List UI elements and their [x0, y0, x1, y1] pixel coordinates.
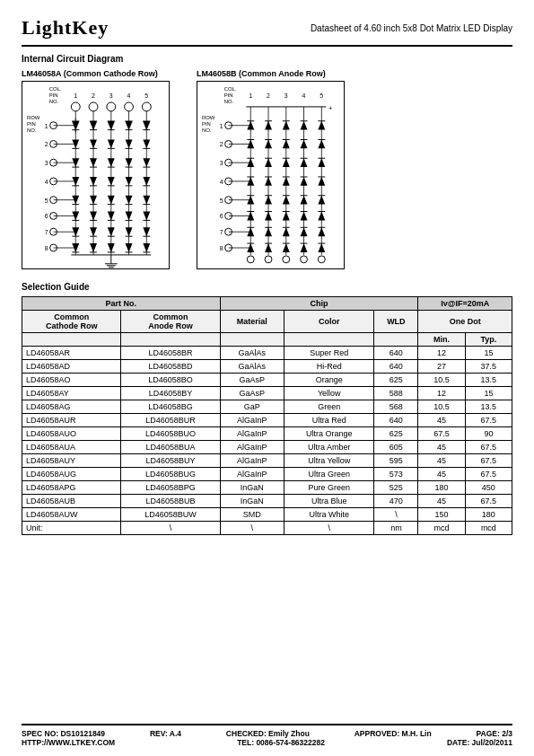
table-row: LD46058AUOLD46058BUOAlGaInPUltra Orange6…	[22, 427, 512, 441]
table-cell: LD46058BR	[121, 347, 220, 360]
th-wld: WLD	[374, 311, 418, 333]
th-typ: Typ.	[465, 333, 512, 347]
svg-marker-226	[318, 212, 325, 221]
table-cell: 12	[418, 387, 465, 400]
svg-point-256	[283, 256, 290, 263]
th-anode: CommonAnode Row	[121, 311, 220, 333]
table-cell: AlGaInP	[220, 427, 284, 441]
table-cell: Ultra Green	[285, 468, 374, 481]
svg-text:1: 1	[45, 123, 48, 129]
table-cell: \	[374, 508, 418, 522]
circuit-block-b: LM46058B (Common Anode Row) COL. PIN NO.…	[197, 69, 345, 269]
selection-table: Part No. Chip Iv@IF=20mA CommonCathode R…	[22, 296, 512, 535]
svg-marker-159	[301, 121, 308, 130]
svg-marker-196	[283, 177, 290, 186]
table-cell: LD46058AG	[22, 400, 121, 414]
table-cell: Super Red	[285, 347, 374, 360]
table-cell: LD46058AD	[22, 360, 121, 374]
svg-marker-30	[108, 121, 115, 130]
table-cell: 67.5	[465, 495, 512, 508]
svg-marker-84	[126, 196, 133, 205]
svg-marker-34	[143, 121, 150, 130]
svg-marker-47	[143, 139, 150, 148]
table-cell: LD46058AO	[22, 374, 121, 387]
table-cell: 67.5	[465, 468, 512, 481]
svg-text:5: 5	[144, 92, 148, 99]
th-anode-blank	[121, 333, 220, 347]
svg-marker-183	[283, 158, 290, 167]
svg-text:4: 4	[127, 92, 131, 99]
table-cell: LD46058BG	[121, 400, 220, 414]
svg-point-12	[142, 102, 151, 111]
svg-point-255	[265, 256, 272, 263]
svg-marker-172	[301, 139, 308, 148]
table-row: Unit:\\\nmmcdmcd	[22, 522, 512, 535]
table-cell: 180	[418, 481, 465, 495]
table-row: LD46058AUYLD46058BUYAlGaInPUltra Yellow5…	[22, 454, 512, 468]
svg-text:NO.: NO.	[49, 99, 59, 104]
svg-text:3: 3	[285, 92, 288, 99]
table-cell: AlGaInP	[220, 441, 284, 454]
th-color-blank	[285, 333, 374, 347]
svg-text:1: 1	[249, 92, 252, 99]
svg-text:4: 4	[302, 92, 306, 99]
svg-marker-187	[318, 158, 325, 167]
table-cell: LD46058AY	[22, 387, 121, 400]
table-cell: LD46058BUG	[121, 468, 220, 481]
svg-text:3: 3	[220, 160, 223, 166]
header: LightKey Datasheet of 4.60 inch 5x8 Dot …	[22, 16, 512, 47]
svg-marker-198	[301, 177, 308, 186]
svg-marker-157	[283, 121, 290, 130]
table-cell: Ultra White	[285, 508, 374, 522]
svg-marker-119	[90, 243, 97, 252]
circuit-diagram-b: COL. PIN NO. 1 2 3 4 5 +	[197, 81, 345, 269]
table-cell: 45	[418, 414, 465, 427]
svg-marker-99	[143, 212, 150, 221]
table-cell: LD46058AUB	[22, 495, 121, 508]
svg-marker-170	[283, 139, 290, 148]
svg-text:PIN: PIN	[202, 121, 211, 127]
footer-date: DATE: Jul/20/2011	[447, 738, 512, 747]
svg-text:5: 5	[220, 198, 223, 204]
footer-http: HTTP://WWW.LTKEY.COM	[22, 738, 115, 747]
th-chip: Chip	[220, 297, 418, 311]
footer-rev: REV: A.4	[150, 729, 181, 738]
table-cell: LD46058AR	[22, 347, 121, 360]
table-cell: AlGaInP	[220, 414, 284, 427]
table-row: LD46058AUALD46058BUAAlGaInPUltra Amber60…	[22, 441, 512, 454]
table-cell: 605	[374, 441, 418, 454]
table-cell: Green	[285, 400, 374, 414]
svg-text:5: 5	[45, 198, 48, 204]
table-cell: 640	[374, 360, 418, 374]
svg-marker-239	[318, 227, 325, 236]
table-cell: 625	[374, 427, 418, 441]
diagram-a-label: LM46058A (Common Cathode Row)	[22, 69, 170, 78]
svg-marker-41	[90, 139, 97, 148]
svg-text:PIN: PIN	[49, 92, 58, 98]
svg-text:4: 4	[45, 179, 48, 185]
svg-marker-71	[126, 177, 133, 186]
svg-marker-207	[265, 196, 272, 205]
svg-point-11	[125, 102, 134, 111]
table-cell: LD46058BUB	[121, 495, 220, 508]
svg-text:6: 6	[45, 213, 48, 219]
svg-marker-209	[283, 196, 290, 205]
svg-marker-106	[90, 227, 97, 236]
svg-marker-252	[318, 243, 325, 252]
table-cell: mcd	[465, 522, 512, 535]
table-cell: Ultra Yellow	[285, 454, 374, 468]
svg-text:8: 8	[45, 245, 48, 251]
table-cell: Yellow	[285, 387, 374, 400]
table-cell: InGaN	[220, 481, 284, 495]
svg-text:COL.: COL.	[224, 86, 237, 92]
table-row: LD46058AUBLD46058BUBInGaNUltra Blue47045…	[22, 495, 512, 508]
table-row: LD46058AURLD46058BURAlGaInPUltra Red6404…	[22, 414, 512, 427]
table-cell: GaAlAs	[220, 347, 284, 360]
table-cell: 67.5	[465, 414, 512, 427]
table-row: LD46058AGLD46058BGGaPGreen56810.513.5	[22, 400, 512, 414]
table-cell: GaAsP	[220, 374, 284, 387]
table-cell: 45	[418, 495, 465, 508]
table-row: LD46058ARLD46058BRGaAlAsSuper Red6401215	[22, 347, 512, 360]
table-cell: LD46058BUO	[121, 427, 220, 441]
circuit-area: LM46058A (Common Cathode Row) COL. PIN N…	[22, 69, 512, 269]
